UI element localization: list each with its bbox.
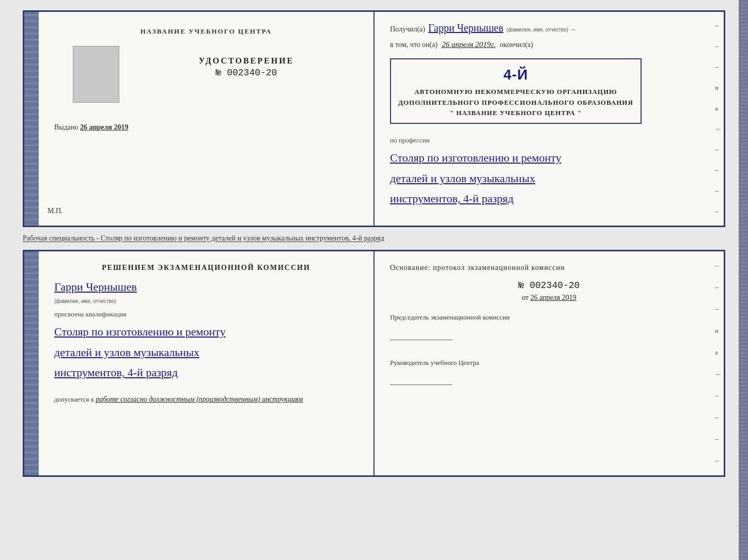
- qual-line3: инструментов, 4-й разряд: [54, 366, 178, 379]
- cert-title: УДОСТОВЕРЕНИЕ: [128, 56, 365, 66]
- separator-text: Рабочая специальность - Столяр по изгото…: [23, 231, 725, 246]
- photo-placeholder: [73, 46, 119, 103]
- director-label: Руководитель учебного Центра: [390, 358, 708, 368]
- protocol-date-value: 26 апреля 2019: [531, 294, 576, 301]
- top-document: НАЗВАНИЕ УЧЕБНОГО ЦЕНТРА УДОСТОВЕРЕНИЕ №…: [23, 10, 725, 227]
- spine-decoration-left: [24, 12, 39, 226]
- basis-title: Основание: протокол экзаменационной коми…: [390, 264, 708, 272]
- stamp-line1: АВТОНОМНУЮ НЕКОММЕРЧЕСКУЮ ОРГАНИЗАЦИЮ: [398, 87, 633, 98]
- profession-text: Столяр по изготовлению и ремонту деталей…: [390, 148, 708, 209]
- recipient-line: Получил(а) Гарри Чернышев (фамилия, имя,…: [390, 22, 708, 34]
- qual-line2: деталей и узлов музыкальных: [54, 346, 199, 359]
- profession-line1: Столяр по изготовлению и ремонту: [390, 151, 562, 164]
- person-subtitle: (фамилия, имя, отчество): [54, 298, 116, 304]
- protocol-number: № 002340-20: [390, 280, 708, 291]
- stamp-box: 4-й АВТОНОМНУЮ НЕКОММЕРЧЕСКУЮ ОРГАНИЗАЦИ…: [390, 58, 642, 124]
- date-prefix: в том, что он(а): [390, 41, 438, 49]
- issued-date: 26 апреля 2019: [80, 123, 128, 131]
- mp-label: М.П.: [48, 207, 63, 215]
- cert-number: № 002340-20: [128, 68, 365, 78]
- spine-decoration-bottom-right: [739, 0, 748, 560]
- profession-line2: деталей и узлов музыкальных: [390, 172, 535, 185]
- admit-text: работе согласно должностным (производств…: [96, 395, 303, 403]
- protocol-date-prefix: от: [522, 294, 528, 301]
- recipient-name: Гарри Чернышев: [428, 22, 503, 34]
- person-name: Гарри Чернышев: [54, 280, 137, 294]
- decision-title: Решением экзаменационной комиссии: [54, 264, 358, 272]
- issued-label: Выдано: [54, 123, 79, 131]
- top-left-panel: НАЗВАНИЕ УЧЕБНОГО ЦЕНТРА УДОСТОВЕРЕНИЕ №…: [24, 12, 375, 226]
- center-title: НАЗВАНИЕ УЧЕБНОГО ЦЕНТРА: [141, 27, 272, 36]
- stamp-grade: 4-й: [398, 63, 633, 87]
- cert-issued: Выдано 26 апреля 2019: [54, 123, 358, 132]
- spine-decoration-bottom-left: [24, 251, 39, 475]
- date-value: 26 апреля 2019г.: [442, 40, 495, 49]
- director-block: Руководитель учебного Центра: [390, 358, 708, 388]
- date-line: в том, что он(а) 26 апреля 2019г. окончи…: [390, 40, 708, 49]
- admit-prefix: допускается к: [54, 395, 94, 403]
- qualification-text: Столяр по изготовлению и ремонту деталей…: [54, 322, 358, 383]
- right-decorations: – – – и а ← – – – –: [713, 12, 724, 226]
- profession-line3: инструментов, 4-й разряд: [390, 192, 513, 205]
- qualification-label: присвоена квалификация: [54, 310, 358, 318]
- bottom-right-panel: Основание: протокол экзаменационной коми…: [375, 251, 724, 475]
- top-right-panel: Получил(а) Гарри Чернышев (фамилия, имя,…: [375, 12, 724, 226]
- right-decorations-bottom: – – – и а ← – – – –: [713, 251, 724, 475]
- qual-line1: Столяр по изготовлению и ремонту: [54, 325, 226, 338]
- admit-line: допускается к работе согласно должностны…: [54, 395, 358, 404]
- recipient-prefix: Получил(а): [390, 25, 425, 34]
- stamp-line2: ДОПОЛНИТЕЛЬНОГО ПРОФЕССИОНАЛЬНОГО ОБРАЗО…: [398, 98, 633, 108]
- director-signature-line: [390, 385, 452, 385]
- bottom-document: Решением экзаменационной комиссии Гарри …: [23, 250, 725, 477]
- bottom-left-panel: Решением экзаменационной комиссии Гарри …: [24, 251, 375, 475]
- chairman-block: Председатель экзаменационной комиссии: [390, 312, 708, 342]
- document-container: НАЗВАНИЕ УЧЕБНОГО ЦЕНТРА УДОСТОВЕРЕНИЕ №…: [23, 10, 725, 477]
- date-suffix: окончил(а): [500, 41, 533, 49]
- chairman-label: Председатель экзаменационной комиссии: [390, 312, 708, 323]
- chairman-signature-line: [390, 340, 452, 340]
- stamp-line3: " НАЗВАНИЕ УЧЕБНОГО ЦЕНТРА ": [398, 108, 633, 119]
- person-line: Гарри Чернышев: [54, 280, 358, 294]
- protocol-date: от 26 апреля 2019: [390, 294, 708, 302]
- profession-label: по профессии: [390, 136, 708, 145]
- recipient-subtitle: (фамилия, имя, отчество): [506, 27, 568, 33]
